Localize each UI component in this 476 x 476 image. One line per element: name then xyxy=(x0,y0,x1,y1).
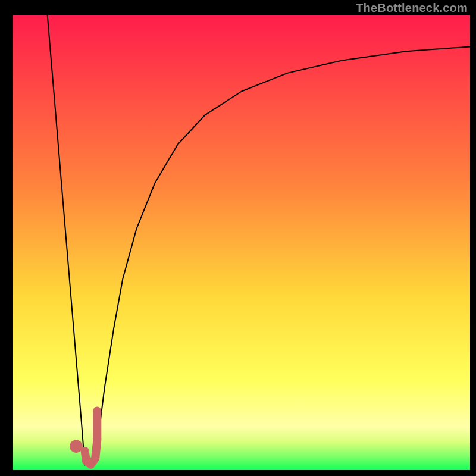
chart-frame: TheBottleneck.com xyxy=(0,0,476,476)
chart-svg xyxy=(0,0,476,476)
plot-background xyxy=(13,15,470,470)
marker-dot xyxy=(70,440,83,453)
watermark-text: TheBottleneck.com xyxy=(356,1,468,15)
